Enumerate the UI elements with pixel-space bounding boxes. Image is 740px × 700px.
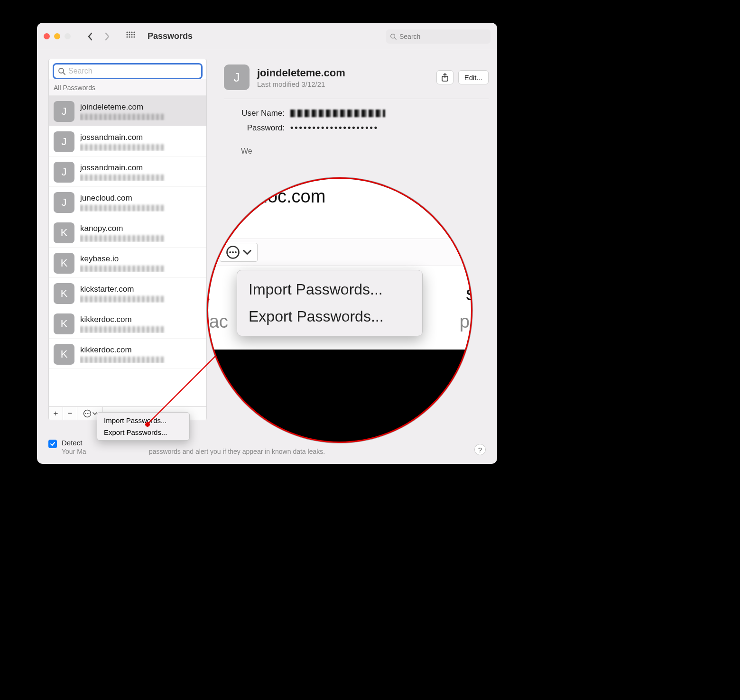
svg-point-11 [133, 36, 135, 37]
detail-header: J joindeleteme.com Last modified 3/12/21… [224, 64, 489, 99]
ellipsis-icon [83, 409, 92, 418]
svg-point-17 [85, 413, 86, 414]
list-item-title: junecloud.com [80, 193, 202, 203]
detail-subtitle: Last modified 3/12/21 [257, 80, 429, 88]
list-item[interactable]: K kikkerdoc.com [49, 308, 206, 339]
list-item-title: kikkerdoc.com [80, 345, 202, 355]
avatar: J [54, 162, 74, 183]
list-item-subtitle [80, 326, 165, 333]
svg-line-13 [395, 37, 397, 39]
list-item-subtitle [80, 266, 165, 272]
svg-point-1 [129, 31, 130, 33]
detect-leaks-label: Detect [62, 439, 82, 447]
avatar: K [54, 344, 74, 365]
content-area: All Passwords J joindeleteme.com J jossa… [37, 50, 497, 425]
titlebar: Passwords [37, 23, 497, 50]
svg-point-3 [133, 31, 135, 33]
list-item[interactable]: J junecloud.com [49, 187, 206, 217]
footer-text: Detect Your Ma passwords and alert you i… [62, 439, 325, 455]
svg-point-8 [126, 36, 128, 37]
more-menu-popup: Import Passwords... Export Passwords... [97, 412, 190, 441]
export-passwords-menuitem[interactable]: Export Passwords... [97, 426, 189, 438]
detail-panel: J joindeleteme.com Last modified 3/12/21… [215, 59, 492, 420]
zoom-window-button[interactable] [65, 33, 71, 39]
toolbar-search[interactable] [386, 29, 490, 44]
detail-actions: Edit... [436, 70, 489, 84]
help-button[interactable]: ? [474, 444, 486, 455]
chevron-down-icon [92, 411, 97, 416]
list-item-title: keybase.io [80, 254, 202, 264]
import-passwords-menuitem[interactable]: Import Passwords... [97, 414, 189, 426]
credentials-block: User Name: Password: •••••••••••••••••••… [224, 109, 489, 138]
edit-button[interactable]: Edit... [458, 70, 489, 84]
svg-point-10 [131, 36, 132, 37]
list-item-title: joindeleteme.com [80, 102, 202, 112]
share-icon [441, 73, 449, 82]
passwords-list: J joindeleteme.com J jossandmain.com J j… [49, 96, 206, 406]
passwords-sidebar: All Passwords J joindeleteme.com J jossa… [48, 59, 207, 420]
detail-avatar: J [224, 64, 250, 90]
footer: Detect Your Ma passwords and alert you i… [48, 439, 486, 455]
list-item-title: kickstarter.com [80, 285, 202, 294]
list-item[interactable]: J joindeleteme.com [49, 96, 206, 126]
username-value[interactable] [290, 110, 385, 117]
footer-subtext-prefix: Your Ma [62, 448, 86, 455]
back-button[interactable] [86, 32, 94, 41]
add-button[interactable]: + [49, 407, 63, 420]
callout-dot [145, 422, 150, 427]
toolbar-search-input[interactable] [399, 33, 487, 40]
list-item[interactable]: K kanopy.com [49, 217, 206, 248]
svg-point-0 [126, 31, 128, 33]
page-title: Passwords [148, 31, 193, 41]
website-label: We [224, 147, 489, 156]
list-item-subtitle [80, 357, 165, 363]
password-label: Password: [232, 123, 285, 133]
list-item-subtitle [80, 205, 165, 212]
svg-point-9 [129, 36, 130, 37]
svg-point-7 [133, 34, 135, 35]
footer-subtext: passwords and alert you if they appear i… [149, 448, 325, 455]
detect-leaks-checkbox[interactable] [48, 440, 57, 448]
list-item-title: jossandmain.com [80, 163, 202, 173]
svg-point-5 [129, 34, 130, 35]
avatar: K [54, 283, 74, 304]
avatar: J [54, 131, 74, 152]
search-icon [390, 33, 397, 40]
preferences-window: Passwords All Passwords J joindeleteme.c… [37, 23, 497, 464]
list-item-title: kanopy.com [80, 224, 202, 233]
nav-arrows [86, 32, 111, 41]
remove-button[interactable]: − [63, 407, 77, 420]
avatar: J [54, 101, 74, 122]
avatar: K [54, 222, 74, 243]
list-item-subtitle [80, 144, 165, 151]
close-window-button[interactable] [44, 33, 50, 39]
list-item[interactable]: K kickstarter.com [49, 278, 206, 308]
list-item[interactable]: K keybase.io [49, 248, 206, 278]
forward-button[interactable] [103, 32, 111, 41]
svg-point-4 [126, 34, 128, 35]
list-item-title: kikkerdoc.com [80, 315, 202, 324]
password-value[interactable]: •••••••••••••••••••• [290, 123, 489, 133]
show-all-icon[interactable] [126, 31, 135, 42]
svg-point-19 [88, 413, 89, 414]
minimize-window-button[interactable] [54, 33, 60, 39]
sidebar-search[interactable] [53, 63, 203, 79]
category-header: All Passwords [49, 79, 206, 96]
username-label: User Name: [232, 109, 285, 118]
list-item[interactable]: J jossandmain.com [49, 126, 206, 157]
list-item[interactable]: J jossandmain.com [49, 157, 206, 187]
sidebar-search-input[interactable] [68, 67, 197, 75]
window-controls [44, 33, 71, 39]
svg-point-6 [131, 34, 132, 35]
svg-point-18 [87, 413, 88, 414]
detail-title: joindeleteme.com [257, 67, 429, 79]
list-item-subtitle [80, 296, 165, 303]
list-item[interactable]: K kikkerdoc.com [49, 339, 206, 369]
list-item-subtitle [80, 114, 165, 120]
list-item-subtitle [80, 235, 165, 242]
avatar: K [54, 313, 74, 334]
share-button[interactable] [436, 70, 453, 84]
svg-line-15 [63, 73, 65, 74]
avatar: K [54, 253, 74, 274]
list-item-subtitle [80, 175, 165, 181]
